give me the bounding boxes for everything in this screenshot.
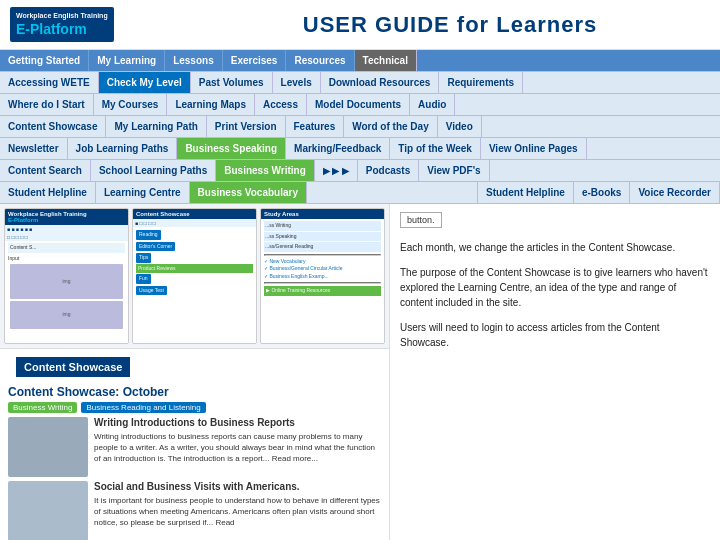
nav-row-7: Student Helpline Learning Centre Busines… — [0, 182, 720, 204]
content-showcase-badge: Content Showcase — [16, 357, 130, 377]
article-row-1: Writing Introductions to Business Report… — [8, 417, 381, 477]
nav-technical[interactable]: Technical — [355, 50, 417, 71]
nav-newsletter[interactable]: Newsletter — [0, 138, 68, 159]
ss-col1-nav: ■ ■ ■ ■ ■ ■ — [5, 225, 128, 233]
nav-access[interactable]: Access — [255, 94, 307, 115]
nav-school-learning-paths[interactable]: School Learning Paths — [91, 160, 216, 181]
right-text-2: The purpose of the Content Showcase is t… — [400, 265, 710, 310]
nav-social-icons: ▶ ▶ ▶ — [315, 160, 358, 181]
ss-col-1: Workplace English Training E-Platform ■ … — [4, 208, 129, 344]
article-1-title: Writing Introductions to Business Report… — [94, 417, 381, 428]
nav-marking-feedback[interactable]: Marking/Feedback — [286, 138, 390, 159]
nav-getting-started[interactable]: Getting Started — [0, 50, 89, 71]
nav-resources[interactable]: Resources — [286, 50, 354, 71]
content-area: Workplace English Training E-Platform ■ … — [0, 204, 720, 540]
right-section-1: Each month, we change the articles in th… — [400, 240, 710, 255]
nav-exercises[interactable]: Exercises — [223, 50, 287, 71]
nav-row-2: Accessing WETE Check My Level Past Volum… — [0, 72, 720, 94]
ss-col3-header: Study Areas — [261, 209, 384, 219]
ss-col2-content: Reading Editor's Corner Tips Product Rev… — [133, 227, 256, 298]
article-section: Content Showcase Content Showcase: Octob… — [0, 349, 389, 540]
nav-row-4: Content Showcase My Learning Path Print … — [0, 116, 720, 138]
nav-learning-maps[interactable]: Learning Maps — [167, 94, 255, 115]
logo-eplatform: E-Platform — [16, 20, 108, 38]
nav-where-do-i-start[interactable]: Where do I Start — [0, 94, 94, 115]
nav-tip-of-the-week[interactable]: Tip of the Week — [390, 138, 481, 159]
ss-col1-header: Workplace English Training E-Platform — [5, 209, 128, 225]
nav-student-helpline[interactable]: Student Helpline — [0, 182, 96, 203]
nav-accessing-wete[interactable]: Accessing WETE — [0, 72, 99, 93]
nav-business-speaking[interactable]: Business Speaking — [177, 138, 286, 159]
ss-col1-nav2: □ □ □ □ □ — [5, 233, 128, 241]
nav-business-vocabulary[interactable]: Business Vocabulary — [190, 182, 307, 203]
ss-col-2: Content Showcase ■ □ □ □ □ Reading Edito… — [132, 208, 257, 344]
nav-word-of-the-day[interactable]: Word of the Day — [344, 116, 437, 137]
nav-job-learning-paths[interactable]: Job Learning Paths — [68, 138, 178, 159]
nav-my-learning-path[interactable]: My Learning Path — [106, 116, 206, 137]
article-1-body: Writing Introductions to Business Report… — [94, 417, 381, 477]
article-2-title: Social and Business Visits with American… — [94, 481, 381, 492]
header: Workplace English Training E-Platform US… — [0, 0, 720, 50]
screenshot-area: Workplace English Training E-Platform ■ … — [0, 204, 389, 349]
nav-row-1: Getting Started My Learning Lessons Exer… — [0, 50, 720, 72]
nav-content-showcase[interactable]: Content Showcase — [0, 116, 106, 137]
nav-video[interactable]: Video — [438, 116, 482, 137]
article-tags: Business Writing Business Reading and Li… — [8, 402, 381, 413]
nav-download-resources[interactable]: Download Resources — [321, 72, 440, 93]
right-section-3: Users will need to login to access artic… — [400, 320, 710, 350]
logo-area: Workplace English Training E-Platform — [10, 7, 190, 42]
nav-row-3: Where do I Start My Courses Learning Map… — [0, 94, 720, 116]
nav-podcasts[interactable]: Podcasts — [358, 160, 419, 181]
nav-my-courses[interactable]: My Courses — [94, 94, 168, 115]
right-panel: button. Each month, we change the articl… — [390, 204, 720, 540]
article-1-image — [8, 417, 88, 477]
button-label[interactable]: button. — [400, 212, 442, 228]
nav-student-helpline2[interactable]: Student Helpline — [478, 182, 574, 203]
right-text-1: Each month, we change the articles in th… — [400, 240, 710, 255]
right-text-3: Users will need to login to access artic… — [400, 320, 710, 350]
nav-learning-centre[interactable]: Learning Centre — [96, 182, 190, 203]
nav-audio[interactable]: Audio — [410, 94, 455, 115]
ss-col-3: Study Areas ...ss Writing ...ss Speaking… — [260, 208, 385, 344]
navigation: Getting Started My Learning Lessons Exer… — [0, 50, 720, 204]
nav-content-search[interactable]: Content Search — [0, 160, 91, 181]
logo-box: Workplace English Training E-Platform — [10, 7, 114, 42]
ss-col1-img2: img — [10, 301, 123, 329]
nav-model-documents[interactable]: Model Documents — [307, 94, 410, 115]
month-title: Content Showcase: October — [8, 385, 381, 399]
nav-view-pdfs[interactable]: View PDF's — [419, 160, 489, 181]
nav-print-version[interactable]: Print Version — [207, 116, 286, 137]
ss-col2-nav: ■ □ □ □ □ — [133, 219, 256, 227]
screenshot-inner: Workplace English Training E-Platform ■ … — [0, 204, 389, 348]
tag-business-writing: Business Writing — [8, 402, 77, 413]
nav-blank1 — [307, 182, 478, 203]
right-section-button: button. — [400, 212, 710, 230]
nav-view-online-pages[interactable]: View Online Pages — [481, 138, 587, 159]
nav-row-6: Content Search School Learning Paths Bus… — [0, 160, 720, 182]
nav-check-my-level[interactable]: Check My Level — [99, 72, 191, 93]
nav-features[interactable]: Features — [286, 116, 345, 137]
nav-levels[interactable]: Levels — [273, 72, 321, 93]
ss-col2-header: Content Showcase — [133, 209, 256, 219]
article-1-text: Writing introductions to business report… — [94, 431, 381, 465]
nav-past-volumes[interactable]: Past Volumes — [191, 72, 273, 93]
page-title: USER GUIDE for Learners — [190, 12, 710, 38]
ss-col1-img: img — [10, 264, 123, 299]
nav-ebooks[interactable]: e-Books — [574, 182, 630, 203]
right-section-2: The purpose of the Content Showcase is t… — [400, 265, 710, 310]
article-2-image — [8, 481, 88, 540]
nav-business-writing[interactable]: Business Writing — [216, 160, 315, 181]
left-panel: Workplace English Training E-Platform ■ … — [0, 204, 390, 540]
logo-line1: Workplace English Training — [16, 11, 108, 20]
nav-row-5: Newsletter Job Learning Paths Business S… — [0, 138, 720, 160]
article-2-text: It is important for business people to u… — [94, 495, 381, 529]
nav-requirements[interactable]: Requirements — [439, 72, 523, 93]
ss-col1-content: Content S... Input img img — [5, 241, 128, 333]
tag-business-reading: Business Reading and Listening — [81, 402, 205, 413]
article-2-body: Social and Business Visits with American… — [94, 481, 381, 540]
nav-lessons[interactable]: Lessons — [165, 50, 223, 71]
nav-voice-recorder[interactable]: Voice Recorder — [630, 182, 720, 203]
article-row-2: Social and Business Visits with American… — [8, 481, 381, 540]
nav-my-learning[interactable]: My Learning — [89, 50, 165, 71]
ss-col3-content: ...ss Writing ...ss Speaking ...ss/Gener… — [261, 219, 384, 298]
